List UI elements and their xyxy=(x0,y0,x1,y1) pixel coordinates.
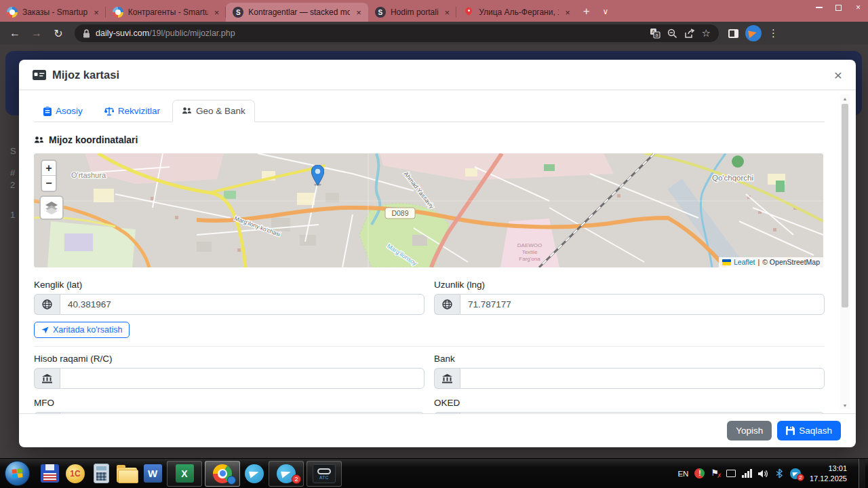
window-controls: × xyxy=(809,0,868,15)
tab-close-icon[interactable]: × xyxy=(355,7,363,18)
network-icon[interactable] xyxy=(726,470,736,477)
browser-menu-kebab-icon[interactable]: ⋮ xyxy=(768,27,778,39)
mfo-input[interactable] xyxy=(60,412,425,413)
taskbar-chrome-active[interactable] xyxy=(205,461,240,487)
taskbar-word-icon[interactable]: W xyxy=(140,460,165,487)
window-minimize-button[interactable] xyxy=(809,0,829,15)
tab-rekvizitlar[interactable]: Rekvizitlar xyxy=(95,100,170,122)
side-panel-icon[interactable] xyxy=(728,29,738,38)
leaflet-map[interactable]: O'rtashura Qo'chqorchi Ahmad Yassaviy Ma… xyxy=(34,153,823,267)
bank-input[interactable] xyxy=(460,368,825,389)
volume-icon[interactable] xyxy=(758,469,769,478)
leaflet-link[interactable]: Leaflet xyxy=(734,258,755,266)
zoom-out-page-icon[interactable] xyxy=(667,29,677,39)
mfo-input-group xyxy=(34,412,425,413)
modal-close-icon[interactable]: × xyxy=(834,68,842,82)
forward-icon[interactable]: → xyxy=(27,24,46,43)
cloud-icon xyxy=(317,468,331,474)
page-content: S # 2 1 Mijoz kartasi × Asosiy xyxy=(0,45,868,458)
section-title-text: Mijoz koordinatalari xyxy=(49,134,138,145)
lat-label: Kenglik (lat) xyxy=(34,280,425,290)
tab-geo-bank[interactable]: Geo & Bank xyxy=(172,100,255,122)
taskbar-file-explorer-icon[interactable] xyxy=(114,460,140,487)
bank-row-1: Hisob raqami (R/C) Bank xyxy=(34,354,825,389)
signal-strength-icon[interactable] xyxy=(742,469,752,478)
action-center-flag-icon[interactable]: ✗ xyxy=(711,469,720,478)
language-indicator[interactable]: EN xyxy=(677,470,688,478)
show-desktop-button[interactable] xyxy=(859,459,865,488)
taskbar-telegram-icon[interactable] xyxy=(241,460,267,487)
browser-tab-kontragentlar-active[interactable]: S Kontragentlar — stacked moda × xyxy=(226,3,368,22)
tab-close-icon[interactable]: × xyxy=(92,7,100,18)
globe-favicon: S xyxy=(375,7,386,18)
lng-input[interactable] xyxy=(460,294,825,315)
browser-tab-strip: Заказы - Smartup × Контрагенты - Smartup… xyxy=(0,0,868,22)
scrollbar-thumb[interactable] xyxy=(842,104,848,307)
window-restore-button[interactable] xyxy=(829,0,848,15)
map-zoom-in-button[interactable]: + xyxy=(42,161,56,176)
location-arrow-icon xyxy=(41,326,49,334)
antivirus-alert-icon[interactable]: ! xyxy=(694,468,705,478)
modal-scrollbar[interactable]: ▲ ▼ xyxy=(840,94,850,409)
start-button[interactable] xyxy=(5,461,30,486)
smartup-favicon xyxy=(113,7,123,18)
profile-avatar[interactable] xyxy=(745,25,762,41)
ukraine-flag-icon xyxy=(722,259,731,265)
map-layers-button[interactable] xyxy=(39,195,64,220)
window-close-button[interactable]: × xyxy=(848,0,868,15)
tab-title: Улица Аль-Фергани, 14 — Ян xyxy=(479,7,559,17)
taskbar-atc-running[interactable]: ATC xyxy=(307,461,342,487)
modal-body: Asosiy Rekvizitlar Geo & Bank xyxy=(19,90,856,413)
taskbar-1c-app-icon[interactable]: 1С xyxy=(62,460,88,487)
taskbar-floppy-app-icon[interactable] xyxy=(37,460,62,487)
osm-link[interactable]: © OpenStreetMap xyxy=(762,258,820,266)
show-on-map-button[interactable]: Xaritada ko'rsatish xyxy=(34,322,130,338)
back-icon[interactable]: ← xyxy=(5,24,24,43)
browser-tab-yandex-maps[interactable]: Улица Аль-Фергани, 14 — Ян × xyxy=(456,3,577,22)
background-text: # xyxy=(10,168,15,178)
coords-row: Kenglik (lat) Uzunlik (lng) xyxy=(34,280,825,315)
account-input-group xyxy=(34,368,425,389)
tab-asosiy[interactable]: Asosiy xyxy=(34,100,92,122)
tab-rekvizitlar-label: Rekvizitlar xyxy=(118,106,160,116)
scroll-down-arrow-icon[interactable]: ▼ xyxy=(840,401,850,409)
tab-close-icon[interactable]: × xyxy=(443,7,452,18)
browser-tab-kontragenty[interactable]: Контрагенты - Smartup × xyxy=(106,3,226,22)
scroll-up-arrow-icon[interactable]: ▲ xyxy=(840,94,850,102)
lat-input[interactable] xyxy=(60,294,425,315)
tab-close-icon[interactable]: × xyxy=(213,7,221,18)
clock[interactable]: 13:01 17.12.2025 xyxy=(807,464,847,484)
clock-date: 17.12.2025 xyxy=(810,474,847,484)
account-input[interactable] xyxy=(60,368,425,389)
map-marker-pin[interactable] xyxy=(311,165,324,189)
smartup-favicon xyxy=(7,7,18,18)
map-zoom-control: + − xyxy=(41,159,57,192)
new-tab-button[interactable]: + xyxy=(577,2,596,21)
map-label-qochqorchi: Qo'chqorchi xyxy=(712,174,753,182)
reload-icon[interactable]: ↻ xyxy=(49,24,68,43)
close-button[interactable]: Yopish xyxy=(727,421,772,440)
show-on-map-label: Xaritada ko'rsatish xyxy=(53,325,122,335)
mfo-label: MFO xyxy=(34,398,425,408)
browser-tab-hodim[interactable]: S Hodim portali × xyxy=(368,3,456,22)
tab-close-icon[interactable]: × xyxy=(564,7,572,18)
layers-icon xyxy=(44,201,59,214)
translate-icon[interactable]: Aa xyxy=(650,28,660,39)
bluetooth-icon[interactable] xyxy=(775,468,784,478)
taskbar-telegram-running[interactable]: 2 xyxy=(269,461,304,487)
share-icon[interactable] xyxy=(684,29,695,39)
telegram-tray-icon[interactable]: 2 xyxy=(790,468,801,479)
address-bar[interactable]: daily-suvi.com/19l/public/mijozlar.php A… xyxy=(75,24,719,42)
oked-input[interactable] xyxy=(460,412,825,413)
url-path: /19l/public/mijozlar.php xyxy=(149,29,235,38)
map-zoom-out-button[interactable]: − xyxy=(42,176,56,191)
modal-footer: Yopish Saqlash xyxy=(19,413,856,447)
taskbar-excel-running[interactable]: X xyxy=(167,461,202,487)
atc-label: ATC xyxy=(319,475,329,480)
bookmark-star-icon[interactable]: ☆ xyxy=(702,27,711,39)
browser-tab-zakazy[interactable]: Заказы - Smartup × xyxy=(0,3,106,22)
tab-search-chevron-icon[interactable]: ∨ xyxy=(596,2,615,21)
save-button[interactable]: Saqlash xyxy=(777,421,841,440)
taskbar-calculator-icon[interactable] xyxy=(88,460,114,487)
map-label-poi-2: Textile xyxy=(522,249,538,255)
